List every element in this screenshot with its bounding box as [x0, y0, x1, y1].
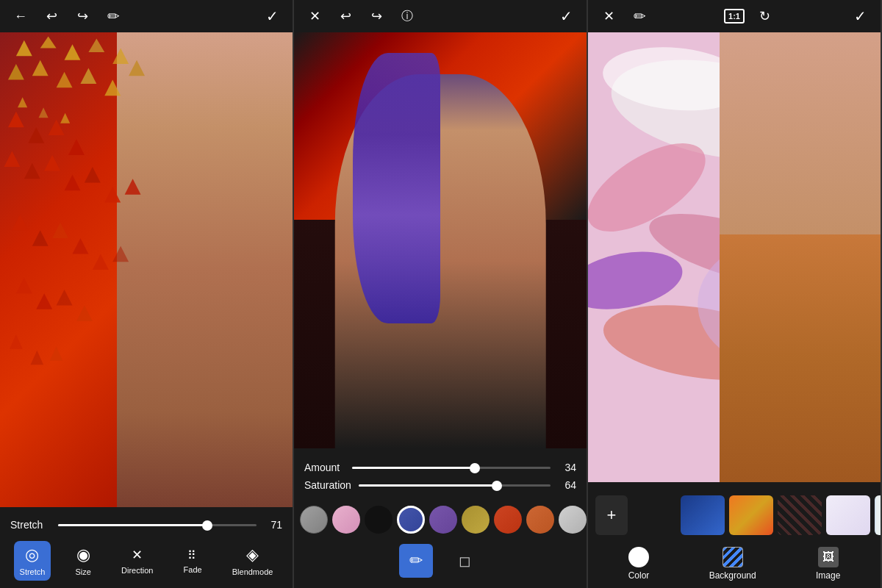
- panel1-image: [0, 32, 293, 507]
- stretch-fill: [58, 524, 207, 526]
- panel-stretch: ← ↩ ↪ ✏ ✓: [0, 0, 294, 588]
- panel2-undo-icon[interactable]: ↩: [335, 6, 356, 26]
- stretch-track[interactable]: [58, 524, 257, 526]
- swatch-gold[interactable]: [462, 506, 490, 534]
- purple-hair: [353, 53, 440, 323]
- svg-marker-6: [32, 60, 49, 76]
- svg-marker-34: [60, 113, 70, 123]
- redo-icon[interactable]: ↪: [72, 6, 93, 26]
- image-tool-icon: 🖼: [818, 547, 839, 567]
- amount-value: 34: [558, 462, 576, 473]
- svg-marker-30: [57, 290, 73, 306]
- bg-thumb-3[interactable]: [729, 495, 773, 535]
- face-top: [720, 32, 881, 234]
- svg-marker-4: [112, 49, 129, 65]
- tool-size[interactable]: ◉ Size: [70, 541, 97, 581]
- swatch-gray[interactable]: [300, 506, 328, 534]
- svg-marker-18: [65, 175, 81, 191]
- blendmode-tool-label: Blendmode: [232, 567, 273, 576]
- panel2-redo-icon[interactable]: ↪: [366, 6, 387, 26]
- svg-marker-5: [8, 64, 24, 80]
- saturation-label: Saturation: [304, 479, 351, 491]
- tool-blendmode[interactable]: ◈ Blendmode: [226, 541, 279, 581]
- back-icon[interactable]: ←: [10, 6, 31, 26]
- panel2-info-icon[interactable]: ⓘ: [397, 6, 417, 26]
- svg-marker-15: [4, 151, 20, 168]
- bg-tool-color[interactable]: Color: [628, 547, 650, 581]
- brush-tool-btn[interactable]: ✏: [399, 544, 433, 578]
- body-bottom: [720, 234, 881, 482]
- panel3-face: [720, 32, 881, 482]
- svg-marker-24: [52, 222, 68, 238]
- amount-thumb[interactable]: [470, 463, 480, 473]
- svg-marker-25: [73, 238, 89, 254]
- swatch-red[interactable]: [494, 506, 522, 534]
- panel3-eraser-icon[interactable]: ✏: [629, 6, 650, 26]
- check-icon[interactable]: ✓: [262, 6, 282, 26]
- tool-direction[interactable]: ✕ Direction: [115, 542, 159, 579]
- svg-marker-16: [24, 163, 40, 179]
- direction-tool-icon: ✕: [132, 547, 143, 563]
- saturation-track[interactable]: [359, 484, 551, 487]
- panel1-controls: Stretch 71 ◎ Stretch ◉ Size ✕ Direction …: [0, 507, 293, 588]
- panel3-center-icons: 1:1 ↻: [724, 6, 775, 26]
- swatch-purple[interactable]: [429, 506, 457, 534]
- svg-marker-12: [28, 127, 44, 143]
- swatch-orange[interactable]: [526, 506, 554, 534]
- bg-thumb-2[interactable]: [681, 495, 725, 535]
- eraser-tool-btn[interactable]: ◻: [448, 544, 481, 578]
- amount-slider-row: Amount 34: [304, 462, 576, 473]
- panel3-image: [588, 32, 881, 482]
- svg-marker-9: [104, 80, 121, 96]
- stretch-label: Stretch: [10, 519, 51, 531]
- svg-marker-10: [129, 60, 145, 76]
- add-background-btn[interactable]: +: [595, 495, 628, 535]
- svg-marker-8: [80, 68, 96, 84]
- bg-thumb-6[interactable]: [875, 495, 882, 535]
- bg-thumbnails: +: [588, 490, 881, 541]
- panel2-close-icon[interactable]: ✕: [304, 6, 325, 26]
- bg-tool-background[interactable]: Background: [709, 547, 756, 581]
- swatch-blue-active[interactable]: [397, 506, 425, 534]
- amount-track[interactable]: [352, 467, 551, 469]
- panel3-close-icon[interactable]: ✕: [598, 6, 619, 26]
- panel2-check-icon[interactable]: ✓: [556, 6, 576, 26]
- saturation-thumb[interactable]: [492, 481, 502, 491]
- sliders-area: Amount 34 Saturation 64: [294, 456, 587, 501]
- svg-marker-32: [18, 97, 27, 107]
- eraser-icon[interactable]: ✏: [103, 6, 123, 26]
- panel3-refresh-icon[interactable]: ↻: [755, 6, 775, 26]
- swatch-silver[interactable]: [559, 506, 587, 534]
- panel3-background: [588, 32, 881, 482]
- panel2-image: [294, 32, 587, 448]
- svg-marker-23: [32, 230, 49, 246]
- ratio-badge[interactable]: 1:1: [724, 9, 745, 24]
- swatch-black[interactable]: [365, 506, 392, 534]
- bg-thumb-1[interactable]: [632, 495, 676, 535]
- bg-thumb-4[interactable]: [778, 495, 822, 535]
- svg-marker-20: [104, 187, 121, 203]
- svg-marker-19: [85, 167, 101, 183]
- tool-stretch[interactable]: ◎ Stretch: [14, 541, 51, 581]
- panel3-check-icon[interactable]: ✓: [850, 6, 870, 26]
- stretch-tool-icon: ◎: [25, 545, 39, 564]
- color-circle-icon: [628, 547, 649, 567]
- background-stripe-icon: [723, 547, 743, 567]
- bg-thumb-5[interactable]: [826, 495, 870, 535]
- tool-fade[interactable]: ⠿ Fade: [178, 544, 208, 578]
- bg-tool-image[interactable]: 🖼 Image: [816, 547, 840, 581]
- panel1-background: [0, 32, 293, 507]
- svg-marker-22: [12, 215, 28, 231]
- stretch-thumb[interactable]: [202, 520, 212, 531]
- panel-background: ✕ ✏ 1:1 ↻ ✓: [588, 0, 882, 588]
- stretch-value: 71: [264, 519, 282, 531]
- svg-marker-35: [10, 334, 23, 348]
- svg-marker-37: [50, 346, 63, 360]
- svg-marker-0: [16, 40, 32, 57]
- triangle-overlay: [0, 32, 161, 507]
- svg-marker-3: [88, 39, 104, 52]
- undo-icon[interactable]: ↩: [41, 6, 62, 26]
- swatch-pink[interactable]: [332, 506, 360, 534]
- panel3-toolbar: ✕ ✏ 1:1 ↻ ✓: [588, 0, 881, 32]
- svg-marker-2: [65, 44, 81, 60]
